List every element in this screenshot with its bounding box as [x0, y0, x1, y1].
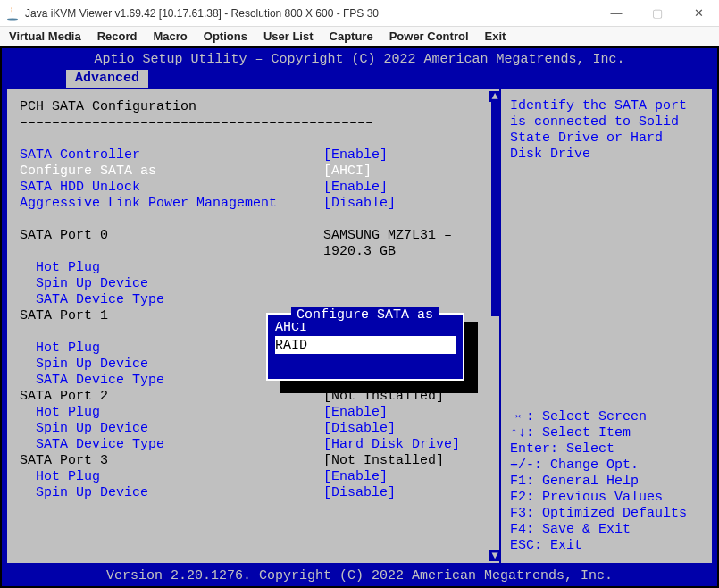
setting-hot-plug[interactable]: Hot Plug[Enable]: [20, 404, 487, 420]
key-hint: F1: General Help: [510, 474, 703, 490]
kvm-viewport: Aptio Setup Utility – Copyright (C) 2022…: [0, 46, 719, 588]
setting-sata-device-type[interactable]: SATA Device Type: [20, 291, 487, 307]
bios-body: ▲ ▼ PCH SATA Configuration –––––––––––––…: [5, 88, 714, 565]
bios-help-panel: Identify the SATA port is connected to S…: [499, 88, 714, 565]
menu-exit[interactable]: Exit: [485, 29, 506, 43]
setting-spin-up-device[interactable]: Spin Up Device[Disable]: [20, 420, 487, 436]
setting-sata-device-type[interactable]: SATA Device Type[Hard Disk Drive]: [20, 436, 487, 452]
section-title: PCH SATA Configuration: [20, 98, 487, 114]
setting-hot-plug[interactable]: Hot Plug[Enable]: [20, 468, 487, 484]
setting-sata-controller[interactable]: SATA Controller[Enable]: [20, 147, 487, 163]
menu-options[interactable]: Options: [204, 29, 247, 43]
bios-tabs: Advanced: [2, 70, 717, 88]
popup-title: Configure SATA as: [291, 307, 439, 323]
window-title: Java iKVM Viewer v1.69.42 [10.17.61.38] …: [25, 7, 379, 20]
bios-footer: Version 2.20.1276. Copyright (C) 2022 Am…: [2, 565, 717, 586]
menu-virtual-media[interactable]: Virtual Media: [9, 29, 81, 43]
setting-spin-up-device[interactable]: Spin Up Device: [20, 275, 487, 291]
titlebar-left: Java iKVM Viewer v1.69.42 [10.17.61.38] …: [5, 6, 379, 21]
scroll-up-icon[interactable]: ▲: [489, 91, 499, 102]
svg-point-0: [7, 18, 18, 20]
key-hint: ESC: Exit: [510, 538, 703, 554]
menubar: Virtual MediaRecordMacroOptionsUser List…: [0, 27, 719, 46]
sata-port-0: SATA Port 0 SAMSUNG MZ7L31 –: [20, 227, 487, 243]
menu-power-control[interactable]: Power Control: [389, 29, 469, 43]
help-text: Identify the SATA port is connected to S…: [510, 98, 703, 163]
menu-capture[interactable]: Capture: [330, 29, 373, 43]
sata-port-0-line2: 1920.3 GB: [20, 243, 487, 259]
bios-header: Aptio Setup Utility – Copyright (C) 2022…: [2, 48, 717, 70]
tab-advanced[interactable]: Advanced: [66, 70, 148, 88]
window-titlebar: Java iKVM Viewer v1.69.42 [10.17.61.38] …: [0, 0, 719, 27]
menu-record[interactable]: Record: [97, 29, 138, 43]
menu-macro[interactable]: Macro: [153, 29, 187, 43]
window-controls: — ▢ ✕: [596, 0, 719, 27]
configure-sata-popup: Configure SATA as AHCIRAID: [266, 313, 464, 381]
popup-option-raid[interactable]: RAID: [275, 336, 456, 354]
key-hint: F3: Optimized Defaults: [510, 506, 703, 522]
maximize-button[interactable]: ▢: [637, 0, 678, 27]
bios-screen: Aptio Setup Utility – Copyright (C) 2022…: [2, 48, 717, 586]
scrollbar[interactable]: [491, 102, 499, 316]
key-hint: +/-: Change Opt.: [510, 458, 703, 474]
minimize-button[interactable]: —: [596, 0, 637, 27]
setting-sata-hdd-unlock[interactable]: SATA HDD Unlock[Enable]: [20, 179, 487, 195]
bios-main-panel: ▲ ▼ PCH SATA Configuration –––––––––––––…: [5, 88, 499, 565]
key-hint: ↑↓: Select Item: [510, 425, 703, 441]
key-hint: F2: Previous Values: [510, 490, 703, 506]
key-hint: F4: Save & Exit: [510, 522, 703, 538]
sata-port-3: SATA Port 3 [Not Installed]: [20, 452, 487, 468]
spacer: [20, 211, 487, 227]
close-button[interactable]: ✕: [678, 0, 719, 27]
java-icon: [5, 6, 20, 21]
setting-spin-up-device[interactable]: Spin Up Device[Disable]: [20, 484, 487, 500]
key-hint: →←: Select Screen: [510, 409, 703, 425]
spacer: [20, 130, 487, 147]
section-divider: ––––––––––––––––––––––––––––––––––––––––…: [20, 114, 487, 130]
menu-user-list[interactable]: User List: [263, 29, 314, 43]
scroll-down-icon[interactable]: ▼: [489, 550, 499, 561]
key-help: →←: Select Screen↑↓: Select ItemEnter: S…: [510, 409, 703, 554]
setting-configure-sata-as[interactable]: Configure SATA as[AHCI]: [20, 163, 487, 179]
setting-aggressive-link-power-management[interactable]: Aggressive Link Power Management[Disable…: [20, 195, 487, 211]
setting-hot-plug[interactable]: Hot Plug: [20, 259, 487, 275]
key-hint: Enter: Select: [510, 441, 703, 458]
